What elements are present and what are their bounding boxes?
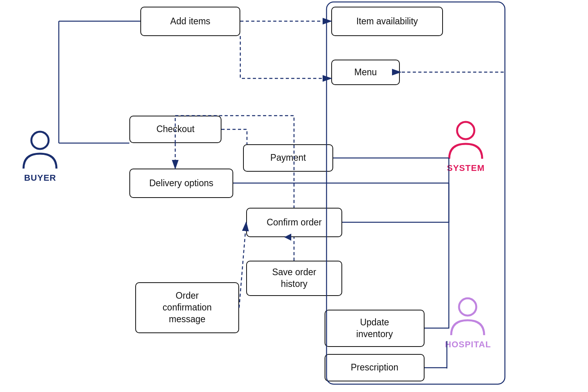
prescription-node: Prescription	[325, 354, 425, 381]
menu-node: Menu	[331, 60, 400, 85]
confirm-order-node: Confirm order	[246, 208, 342, 237]
add-items-to-menu-secondary-arrow	[240, 36, 331, 78]
item-availability-node: Item availability	[331, 7, 443, 36]
svg-point-2	[459, 298, 476, 316]
diagram: Add items Item availability Menu Checkou…	[0, 0, 588, 392]
order-confirmation-node: Order confirmation message	[135, 282, 239, 333]
buyer-actor: BUYER	[22, 129, 59, 183]
hospital-label: HOSPITAL	[445, 339, 491, 350]
system-icon	[447, 120, 485, 161]
add-items-node: Add items	[140, 7, 240, 36]
svg-point-0	[31, 132, 49, 149]
diagram-svg	[0, 0, 588, 392]
system-actor: SYSTEM	[447, 120, 485, 173]
buyer-label: BUYER	[24, 173, 56, 183]
buyer-icon	[22, 129, 59, 171]
checkout-node: Checkout	[129, 116, 221, 143]
update-inventory-node: Update inventory	[325, 310, 425, 347]
delivery-options-node: Delivery options	[129, 169, 233, 198]
system-label: SYSTEM	[447, 163, 485, 173]
save-order-history-node: Save order history	[246, 261, 342, 296]
hospital-actor: HOSPITAL	[445, 296, 491, 350]
hospital-icon	[449, 296, 486, 337]
svg-point-1	[457, 122, 474, 139]
order-confirm-to-confirm-order-arrow	[239, 222, 246, 308]
checkout-to-payment-dashed	[221, 129, 247, 144]
system-to-confirm-order-line	[342, 158, 449, 222]
payment-node: Payment	[243, 144, 333, 172]
